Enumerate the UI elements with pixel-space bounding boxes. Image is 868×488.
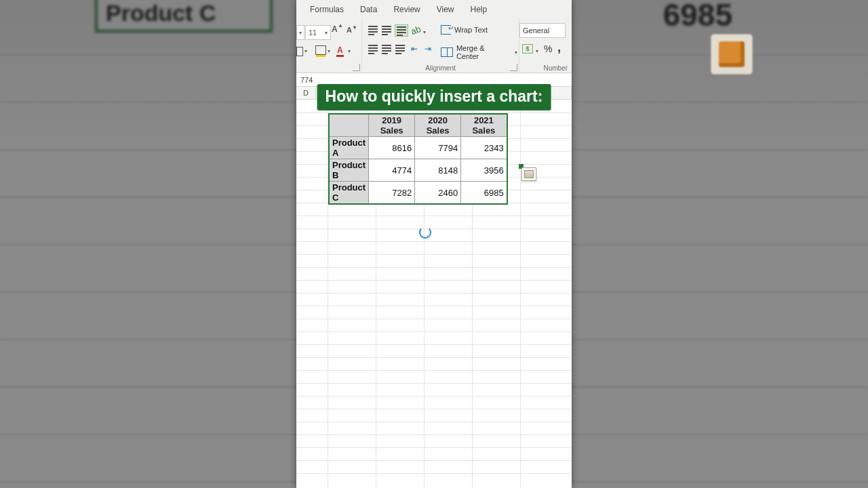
fill-color-dropdown[interactable]: ▾	[326, 45, 332, 56]
increase-font-size-button[interactable]: A	[332, 24, 338, 34]
cell[interactable]: 4774	[369, 159, 415, 182]
alignment-dialog-launcher[interactable]	[510, 64, 517, 71]
accounting-format-button[interactable]: $	[522, 44, 533, 54]
ribbon-group-alignment: ab ▾ ⇤ ⇥ Wrap Text Merge & Center▾ Align…	[362, 18, 519, 73]
tab-data[interactable]: Data	[352, 5, 385, 14]
row-header-c[interactable]: Product C	[329, 182, 369, 205]
ribbon-tabs: Formulas Data Review View Help	[296, 0, 572, 18]
col-header-2020[interactable]: 2020 Sales	[415, 114, 461, 137]
quick-analysis-button[interactable]	[521, 167, 536, 181]
border-button[interactable]	[296, 45, 303, 58]
tab-formulas[interactable]: Formulas	[302, 5, 352, 14]
orientation-dropdown[interactable]: ▾	[422, 26, 427, 37]
number-format-dropdown[interactable]: General	[519, 23, 566, 38]
col-header-2021[interactable]: 2021 Sales	[461, 114, 507, 137]
alignment-group-label: Alignment	[362, 64, 519, 72]
tab-view[interactable]: View	[429, 5, 462, 14]
align-left-button[interactable]	[368, 44, 378, 54]
comma-format-button[interactable]: ,	[557, 41, 561, 55]
font-size-dropdown[interactable]: 11▾	[305, 25, 331, 40]
align-bottom-button[interactable]	[395, 24, 408, 37]
font-size-value: 11	[309, 28, 317, 37]
merge-center-button[interactable]: Merge & Center▾	[441, 44, 519, 60]
accounting-format-dropdown[interactable]: ▾	[534, 45, 540, 56]
align-center-button[interactable]	[381, 44, 392, 54]
align-top-button[interactable]	[368, 25, 378, 35]
font-color-dropdown[interactable]: ▾	[347, 45, 352, 56]
border-dropdown[interactable]: ▾	[303, 45, 309, 56]
font-dialog-launcher[interactable]	[353, 64, 360, 71]
tab-review[interactable]: Review	[385, 5, 428, 14]
table-row[interactable]: Product B 4774 8148 3956	[329, 159, 507, 182]
table-row[interactable]: Product C 7282 2460 6985	[329, 182, 507, 205]
tab-help[interactable]: Help	[462, 5, 496, 14]
quick-analysis-icon	[524, 170, 534, 178]
cell[interactable]: 8148	[415, 159, 461, 182]
cell[interactable]: 2460	[415, 182, 461, 205]
ribbon-group-font: ▾ 11▾ A A ▾ ▾ A ▾	[296, 18, 362, 73]
formula-bar-value: 774	[300, 76, 313, 84]
video-caption: How to quickly insert a chart:	[317, 84, 551, 110]
fill-color-button[interactable]	[315, 45, 326, 55]
table-row[interactable]: Product A 8616 7794 2343	[329, 137, 507, 159]
cell[interactable]: 8616	[369, 137, 415, 159]
col-header-2019[interactable]: 2019 Sales	[369, 114, 415, 137]
percent-format-button[interactable]: %	[544, 43, 552, 54]
number-group-label: Number	[519, 64, 572, 72]
cell[interactable]: 2343	[461, 137, 507, 159]
align-middle-button[interactable]	[381, 25, 392, 35]
row-header-b[interactable]: Product B	[329, 159, 369, 182]
wrap-text-label: Wrap Text	[454, 26, 488, 34]
cell[interactable]: 3956	[461, 159, 507, 182]
data-table[interactable]: 2019 Sales 2020 Sales 2021 Sales Product…	[328, 113, 508, 205]
cell[interactable]: 7794	[415, 137, 461, 159]
cell[interactable]: 6985	[461, 182, 507, 205]
decrease-indent-button[interactable]: ⇤	[411, 44, 418, 54]
merge-center-label: Merge & Center	[456, 44, 509, 60]
font-family-dropdown[interactable]: ▾	[296, 25, 304, 40]
excel-window: Formulas Data Review View Help ▾ 11▾ A A…	[296, 0, 572, 488]
ribbon-group-number: General $ ▾ % , Number	[519, 18, 572, 73]
cell[interactable]: 7282	[369, 182, 415, 205]
font-color-button[interactable]: A	[337, 45, 343, 55]
orientation-button[interactable]: ab	[411, 25, 420, 35]
wrap-text-button[interactable]: Wrap Text	[441, 25, 488, 35]
col-header-d[interactable]: D	[296, 87, 316, 99]
align-right-button[interactable]	[395, 44, 406, 54]
bg-quick-analysis-icon	[711, 34, 753, 75]
worksheet[interactable]: 2019 Sales 2020 Sales 2021 Sales Product…	[296, 100, 572, 488]
busy-cursor-icon	[419, 226, 431, 239]
row-header-a[interactable]: Product A	[329, 137, 369, 159]
decrease-font-size-button[interactable]: A	[347, 26, 352, 34]
ribbon: ▾ 11▾ A A ▾ ▾ A ▾ ab ▾	[296, 18, 572, 73]
increase-indent-button[interactable]: ⇥	[425, 44, 431, 54]
table-corner-cell[interactable]	[329, 114, 369, 137]
